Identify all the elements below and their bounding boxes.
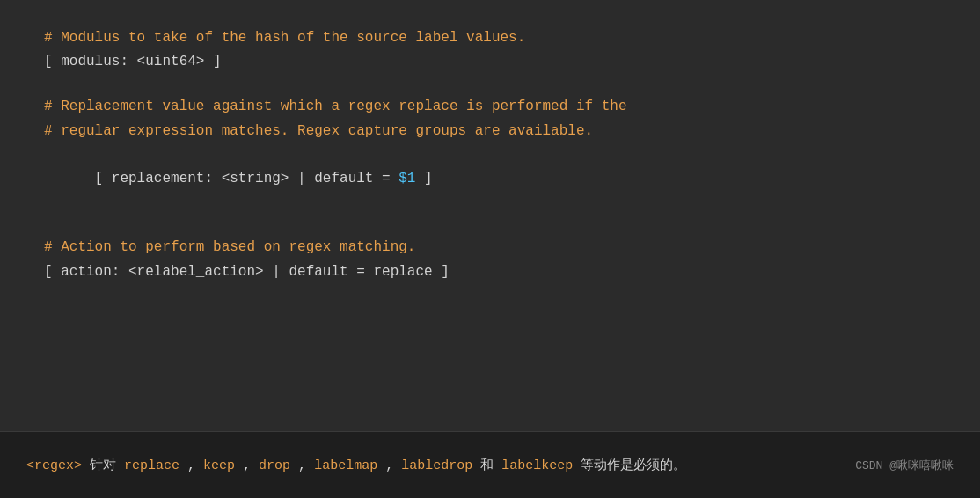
dollar-var: $1 [399, 171, 415, 187]
footer-cn-7: 等动作是必须的。 [573, 458, 686, 473]
footer-labledrop: labledrop [401, 458, 472, 473]
comment-line-1: # Modulus to take of the hash of the sou… [44, 26, 936, 50]
footer-text: <regex> 针对 replace , keep , drop , label… [26, 457, 686, 473]
comment-line-2a: # Replacement value against which a rege… [44, 95, 936, 119]
footer-cn-3: , [235, 458, 259, 473]
code-block-2: # Replacement value against which a rege… [44, 95, 936, 215]
footer-cn-1: 针对 [82, 458, 124, 473]
footer-cn-5: , [377, 458, 401, 473]
footer-labelkeep: labelkeep [501, 458, 573, 473]
footer-labelmap: labelmap [314, 458, 377, 473]
footer: <regex> 针对 replace , keep , drop , label… [0, 431, 980, 498]
comment-line-3: # Action to perform based on regex match… [44, 236, 936, 260]
footer-attribution: CSDN @啾咪嘻啾咪 [855, 458, 954, 473]
code-prefix-2: [ replacement: <string> | default = [95, 171, 399, 187]
footer-keep: keep [203, 458, 235, 473]
attribution-text: CSDN @啾咪嘻啾咪 [855, 459, 954, 472]
code-line-3: [ action: <relabel_action> | default = r… [44, 260, 936, 284]
footer-cn-2: , [179, 458, 203, 473]
code-suffix-2: ] [415, 171, 432, 187]
comment-line-2b: # regular expression matches. Regex capt… [44, 120, 936, 143]
footer-replace: replace [124, 458, 179, 473]
main-content: # Modulus to take of the hash of the sou… [0, 0, 980, 431]
footer-cn-4: , [290, 458, 314, 473]
code-line-2-mixed: [ replacement: <string> | default = $1 ] [44, 143, 936, 216]
footer-cn-6: 和 [472, 458, 501, 473]
code-block-3: # Action to perform based on regex match… [44, 236, 936, 283]
footer-regex: <regex> [26, 458, 82, 473]
footer-drop: drop [259, 458, 290, 473]
code-line-1: [ modulus: <uint64> ] [44, 50, 936, 74]
code-block-1: # Modulus to take of the hash of the sou… [44, 26, 936, 74]
